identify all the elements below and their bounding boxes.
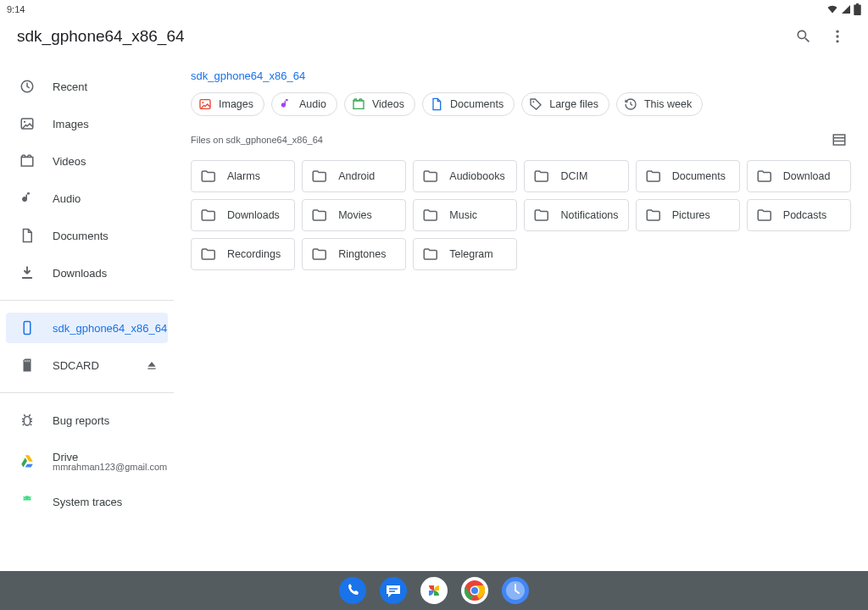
chip-label: Videos bbox=[372, 98, 404, 110]
sidebar-item-label: Bug reports bbox=[53, 414, 174, 427]
folder-documents[interactable]: Documents bbox=[636, 160, 740, 192]
content: sdk_gphone64_x86_64 ImagesAudioVideosDoc… bbox=[174, 54, 868, 571]
folder-ringtones[interactable]: Ringtones bbox=[302, 238, 406, 270]
svg-point-9 bbox=[29, 498, 30, 499]
filter-chip-images[interactable]: Images bbox=[191, 92, 264, 116]
chip-label: Documents bbox=[450, 98, 504, 110]
battery-icon bbox=[854, 3, 861, 15]
list-view-button[interactable] bbox=[827, 128, 851, 152]
nav-bar bbox=[0, 571, 868, 610]
folder-music[interactable]: Music bbox=[413, 199, 517, 231]
folder-label: Audiobooks bbox=[449, 170, 504, 182]
sidebar-item-images[interactable]: Images bbox=[0, 105, 174, 142]
folder-label: Ringtones bbox=[338, 248, 386, 260]
sidebar-item-audio[interactable]: Audio bbox=[0, 180, 174, 217]
folder-icon bbox=[533, 169, 548, 184]
sidebar-item-label: sdk_gphone64_x86_64 bbox=[53, 322, 174, 335]
filter-chip-videos[interactable]: Videos bbox=[344, 92, 415, 116]
folder-podcasts[interactable]: Podcasts bbox=[747, 199, 851, 231]
audio-icon bbox=[279, 97, 292, 111]
sidebar-item-videos[interactable]: Videos bbox=[0, 142, 174, 180]
breadcrumb[interactable]: sdk_gphone64_x86_64 bbox=[191, 69, 851, 82]
folder-icon bbox=[200, 247, 215, 262]
status-bar: 9:14 bbox=[0, 0, 868, 19]
phone-icon bbox=[17, 318, 37, 338]
folder-audiobooks[interactable]: Audiobooks bbox=[413, 160, 517, 192]
folder-telegram[interactable]: Telegram bbox=[413, 238, 517, 270]
history-icon bbox=[624, 97, 637, 111]
svg-point-5 bbox=[24, 121, 25, 123]
more-button[interactable] bbox=[821, 19, 854, 53]
svg-point-11 bbox=[202, 102, 203, 103]
audio-icon bbox=[17, 188, 37, 208]
eject-button[interactable] bbox=[135, 348, 169, 382]
sidebar-item-sdcard[interactable]: SDCARD bbox=[0, 347, 174, 384]
sidebar-item-sdk-gphone64-x86-64[interactable]: sdk_gphone64_x86_64 bbox=[0, 309, 174, 347]
folder-label: Documents bbox=[672, 170, 726, 182]
bug-icon bbox=[17, 410, 37, 430]
folder-icon bbox=[311, 208, 326, 223]
svg-point-7 bbox=[24, 417, 31, 426]
sidebar-item-recent[interactable]: Recent bbox=[0, 68, 174, 105]
folder-icon bbox=[756, 169, 771, 184]
sidebar-item-bug-reports[interactable]: Bug reports bbox=[0, 402, 174, 439]
messages-app[interactable] bbox=[380, 577, 407, 604]
folder-movies[interactable]: Movies bbox=[302, 199, 406, 231]
folder-icon bbox=[311, 247, 326, 262]
sidebar-item-downloads[interactable]: Downloads bbox=[0, 254, 174, 291]
chrome-app[interactable] bbox=[461, 577, 488, 604]
folder-label: Download bbox=[783, 170, 831, 182]
svg-point-0 bbox=[836, 30, 838, 33]
document-icon bbox=[430, 97, 443, 111]
svg-rect-6 bbox=[24, 322, 31, 335]
folder-label: Pictures bbox=[672, 209, 710, 221]
folder-icon bbox=[756, 208, 771, 223]
sidebar-item-label: Documents bbox=[53, 230, 174, 242]
chip-label: This week bbox=[644, 98, 692, 110]
folder-alarms[interactable]: Alarms bbox=[191, 160, 295, 192]
page-title: sdk_gphone64_x86_64 bbox=[17, 27, 787, 46]
search-button[interactable] bbox=[787, 19, 821, 53]
folder-label: Downloads bbox=[227, 209, 280, 221]
folder-icon bbox=[200, 169, 215, 184]
folder-icon bbox=[200, 208, 215, 223]
image-icon bbox=[198, 97, 212, 111]
phone-app[interactable] bbox=[339, 577, 366, 604]
filter-chip-large-files[interactable]: Large files bbox=[521, 92, 609, 116]
folder-icon bbox=[311, 169, 326, 184]
sidebar-item-label: Downloads bbox=[53, 267, 174, 280]
filter-chip-documents[interactable]: Documents bbox=[422, 92, 515, 116]
folder-recordings[interactable]: Recordings bbox=[191, 238, 295, 270]
folder-icon bbox=[533, 208, 548, 223]
chip-label: Images bbox=[219, 98, 253, 110]
folder-label: Podcasts bbox=[783, 209, 826, 221]
folder-dcim[interactable]: DCIM bbox=[524, 160, 628, 192]
sidebar-item-label: Images bbox=[53, 118, 174, 130]
filter-chip-this-week[interactable]: This week bbox=[616, 92, 703, 116]
sidebar-item-drive[interactable]: Drivemmrahman123@gmail.com bbox=[0, 439, 174, 483]
search-icon bbox=[795, 28, 812, 45]
sidebar-item-system-traces[interactable]: System traces bbox=[0, 483, 174, 520]
folder-icon bbox=[645, 208, 660, 223]
folder-android[interactable]: Android bbox=[302, 160, 406, 192]
svg-point-8 bbox=[25, 498, 25, 499]
sidebar-item-documents[interactable]: Documents bbox=[0, 217, 174, 254]
folder-label: Android bbox=[338, 170, 375, 182]
folder-notifications[interactable]: Notifications bbox=[524, 199, 628, 231]
folder-download[interactable]: Download bbox=[747, 160, 851, 192]
chip-label: Large files bbox=[549, 98, 598, 110]
folder-label: Movies bbox=[338, 209, 372, 221]
folder-downloads[interactable]: Downloads bbox=[191, 199, 295, 231]
chip-label: Audio bbox=[299, 98, 326, 110]
svg-point-2 bbox=[836, 40, 838, 42]
filter-chip-audio[interactable]: Audio bbox=[271, 92, 337, 116]
folder-pictures[interactable]: Pictures bbox=[636, 199, 740, 231]
sidebar-item-subtitle: mmrahman123@gmail.com bbox=[53, 462, 167, 472]
svg-rect-13 bbox=[833, 135, 845, 145]
folder-label: Recordings bbox=[227, 248, 281, 260]
folder-grid: AlarmsAndroidAudiobooksDCIMDocumentsDown… bbox=[191, 160, 851, 270]
sidebar-item-label: Videos bbox=[53, 155, 174, 168]
photos-app[interactable] bbox=[420, 577, 448, 604]
clock-app[interactable] bbox=[502, 577, 529, 604]
sidebar-item-label: SDCARD bbox=[53, 359, 135, 372]
